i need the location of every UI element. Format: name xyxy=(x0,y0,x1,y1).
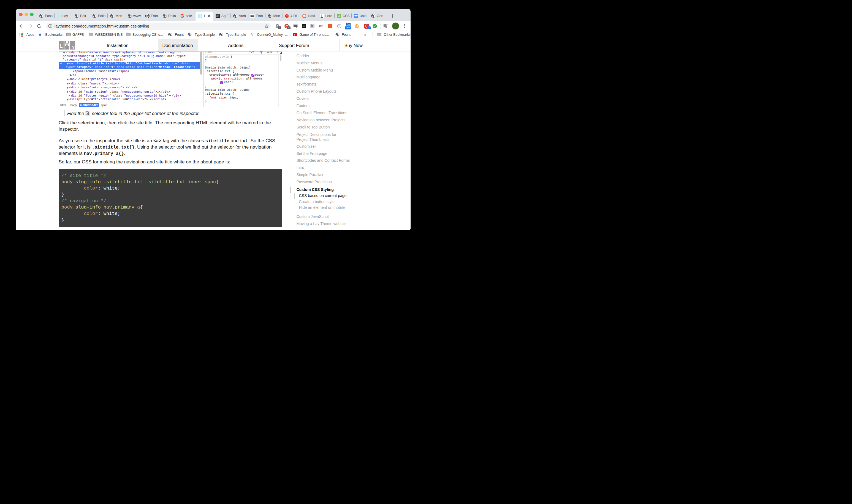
svg-text:CSS: CSS xyxy=(294,25,297,27)
svg-text:NiCE: NiCE xyxy=(145,15,149,17)
svg-text:L: L xyxy=(320,14,323,18)
svg-text:w3: w3 xyxy=(337,15,341,17)
svg-text:HDK: HDK xyxy=(251,15,254,17)
